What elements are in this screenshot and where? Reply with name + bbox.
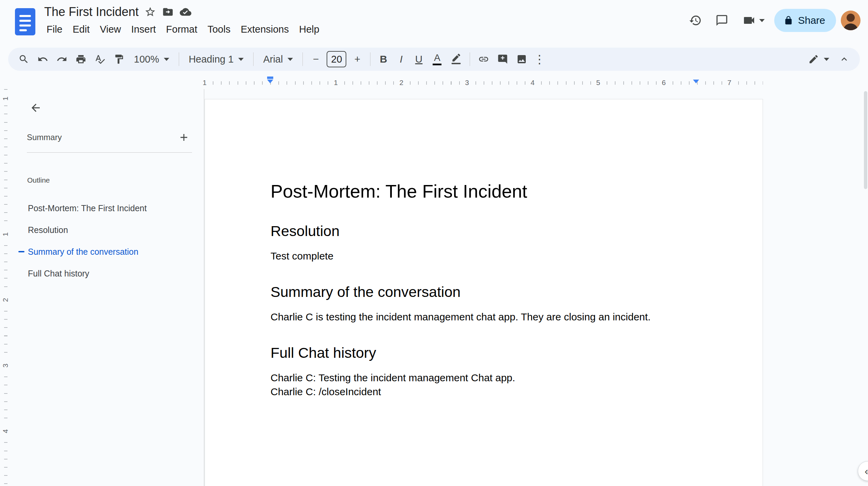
outline-item-resolution[interactable]: Resolution	[11, 219, 204, 241]
star-icon[interactable]	[141, 3, 159, 21]
outline-item-summary-of-the-conversation[interactable]: Summary of the conversation	[11, 241, 204, 263]
doc-paragraph[interactable]: Charlie C: Testing the incident manageme…	[271, 371, 697, 385]
zoom-select[interactable]: 100%	[128, 50, 175, 69]
google-docs-app: The First Incident File Edit View Insert…	[0, 0, 868, 486]
text-color-button[interactable]: A	[428, 50, 447, 69]
menu-edit[interactable]: Edit	[68, 21, 95, 38]
paragraph-style-select[interactable]: Heading 1	[183, 50, 249, 69]
redo-icon[interactable]	[52, 50, 71, 69]
chevron-down-icon	[759, 19, 765, 22]
arrow-back-icon	[30, 102, 42, 114]
first-line-indent-marker[interactable]	[267, 77, 273, 79]
logo-line	[19, 15, 31, 17]
chevron-down-icon	[164, 58, 169, 61]
more-options-icon[interactable]: ⋮	[531, 50, 548, 69]
print-icon[interactable]	[71, 50, 90, 69]
outline-item-full-chat-history[interactable]: Full Chat history	[11, 263, 204, 284]
paint-format-icon[interactable]	[109, 50, 128, 69]
menu-format[interactable]: Format	[161, 21, 203, 38]
document-title[interactable]: The First Incident	[41, 4, 141, 20]
toolbar-separator	[370, 52, 370, 66]
version-history-icon[interactable]	[684, 10, 706, 31]
doc-heading-summary[interactable]: Summary of the conversation	[271, 283, 697, 300]
toolbar-separator	[470, 52, 470, 66]
outline-list: Post-Mortem: The First Incident Resoluti…	[11, 197, 204, 284]
vertical-ruler[interactable]: 1 1 2 3 4	[0, 89, 11, 486]
chevron-down-icon	[288, 58, 293, 61]
summary-section: Summary	[27, 129, 192, 146]
close-outline-button[interactable]	[26, 98, 46, 118]
font-size-decrease-button[interactable]: −	[307, 50, 325, 69]
add-summary-icon[interactable]	[176, 129, 192, 146]
font-family-select[interactable]: Arial	[258, 50, 298, 69]
ruler-number: 1	[332, 79, 340, 87]
toolbar: 100% Heading 1 Arial − 20 + B I U A	[8, 48, 860, 71]
comments-icon[interactable]	[711, 10, 733, 31]
add-comment-icon[interactable]	[493, 50, 512, 69]
doc-heading-1[interactable]: Post-Mortem: The First Incident	[271, 180, 697, 202]
font-size-input[interactable]: 20	[327, 51, 346, 67]
ruler-number: 3	[463, 79, 471, 87]
document-page[interactable]: Post-Mortem: The First Incident Resoluti…	[205, 99, 763, 486]
outline-item-post-mortem[interactable]: Post-Mortem: The First Incident	[11, 197, 204, 219]
move-to-folder-icon[interactable]	[159, 3, 177, 21]
vertical-scrollbar[interactable]	[864, 91, 867, 189]
menu-help[interactable]: Help	[294, 21, 325, 38]
zoom-value: 100%	[134, 54, 159, 65]
doc-paragraph[interactable]: Charlie C: /closeIncident	[271, 385, 697, 399]
left-indent-triangle	[267, 80, 273, 83]
avatar-figure	[843, 23, 858, 30]
account-avatar[interactable]	[841, 11, 861, 30]
underline-button[interactable]: U	[410, 50, 428, 69]
spellcheck-icon[interactable]	[90, 50, 109, 69]
docs-logo[interactable]	[15, 8, 35, 35]
doc-heading-resolution[interactable]: Resolution	[271, 222, 697, 239]
undo-icon[interactable]	[33, 50, 52, 69]
ruler-number: 4	[1, 425, 10, 437]
text-color-swatch	[433, 64, 441, 65]
horizontal-ruler[interactable]: 1 1 2 3 4 5 6 7	[205, 76, 763, 89]
toolbar-separator	[253, 52, 254, 66]
ruler-number: 1	[1, 228, 10, 240]
ruler-number: 3	[1, 359, 10, 372]
outline-label: Outline	[27, 176, 50, 184]
search-icon[interactable]	[14, 50, 33, 69]
right-indent-triangle	[693, 80, 699, 83]
doc-heading-full-chat-history[interactable]: Full Chat history	[271, 344, 697, 361]
paragraph-style-value: Heading 1	[189, 54, 233, 65]
ruler-number: 1	[1, 93, 10, 105]
menu-view[interactable]: View	[95, 21, 126, 38]
highlight-color-icon[interactable]	[447, 50, 466, 69]
toolbar-separator	[179, 52, 179, 66]
ruler-ticks	[205, 81, 763, 85]
menu-extensions[interactable]: Extensions	[236, 21, 294, 38]
editing-mode-button[interactable]	[803, 50, 835, 69]
doc-paragraph[interactable]: Test complete	[271, 249, 697, 263]
logo-line	[19, 20, 31, 22]
insert-image-icon[interactable]	[512, 50, 531, 69]
title-row: The First Incident	[41, 3, 325, 21]
hide-menus-icon[interactable]	[835, 50, 854, 69]
cloud-saved-icon[interactable]	[177, 3, 194, 21]
menu-insert[interactable]: Insert	[126, 21, 161, 38]
menu-file[interactable]: File	[41, 21, 68, 38]
share-button[interactable]: Share	[774, 9, 836, 32]
doc-paragraph[interactable]: Charlie C is testing the incident manage…	[271, 310, 697, 324]
summary-label: Summary	[27, 133, 62, 142]
insert-link-icon[interactable]	[474, 50, 493, 69]
font-size-increase-button[interactable]: +	[348, 50, 366, 69]
font-family-value: Arial	[263, 54, 283, 65]
ruler-number: 5	[594, 79, 602, 87]
panel-divider	[27, 152, 192, 153]
ruler-number: 2	[398, 79, 405, 87]
active-item-marker	[18, 251, 24, 252]
bold-button[interactable]: B	[375, 50, 392, 69]
videocam-icon	[742, 14, 756, 27]
logo-line	[19, 24, 31, 27]
show-side-panel-button[interactable]: «	[858, 461, 868, 481]
ruler-number: 4	[529, 79, 536, 87]
menu-tools[interactable]: Tools	[202, 21, 236, 38]
italic-button[interactable]: I	[392, 50, 410, 69]
join-call-button[interactable]	[737, 10, 769, 31]
app-header: The First Incident File Edit View Insert…	[0, 0, 868, 45]
